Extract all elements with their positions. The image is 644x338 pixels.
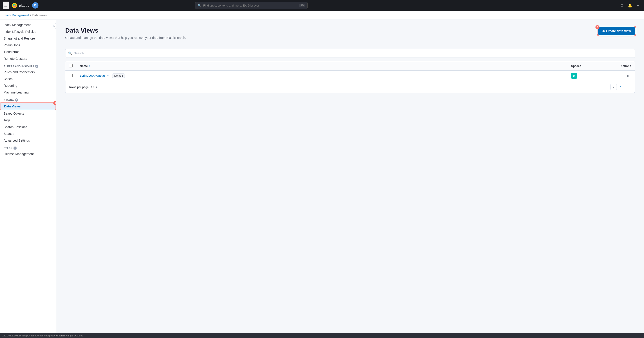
nav-right-actions: ⚙ 🔔 ＋	[619, 2, 641, 8]
create-button-badge: 2	[596, 25, 600, 29]
sidebar-item-transforms[interactable]: Transforms	[0, 48, 56, 55]
search-icon: 🔍	[198, 4, 201, 7]
page-title-section: Data Views Create and manage the data vi…	[65, 27, 186, 39]
status-bar: 192.168.1.103:5601/app/management/insigh…	[0, 333, 644, 338]
default-badge: Default	[112, 73, 125, 78]
stack-info-icon[interactable]: i	[14, 147, 17, 150]
sidebar-item-search-sessions[interactable]: Search Sessions	[0, 124, 56, 130]
sidebar-item-tags[interactable]: Tags	[0, 117, 56, 124]
sort-arrow-icon: ↑	[88, 64, 90, 68]
sidebar-item-remote-clusters[interactable]: Remote Clusters	[0, 55, 56, 62]
search-shortcut: ⌘/	[299, 3, 305, 7]
sidebar-section-stack: Stack i	[0, 144, 56, 151]
add-icon[interactable]: ＋	[635, 2, 641, 8]
create-data-view-button[interactable]: ⊕ Create data view	[598, 27, 635, 35]
table-header-name[interactable]: Name ↑	[76, 61, 568, 70]
pagination: Rows per page: 10 ▼ ‹ 1 ›	[65, 81, 635, 93]
search-container: 🔍	[65, 49, 635, 58]
status-url: 192.168.1.103:5601/app/management/insigh…	[2, 334, 83, 337]
data-view-link[interactable]: springboot-logstash-*	[80, 74, 110, 77]
page-title: Data Views	[65, 27, 186, 34]
row-spaces-cell: D	[568, 70, 612, 81]
data-views-table: Name ↑ Spaces Actions springboot-logstas…	[65, 61, 635, 81]
alerts-icon[interactable]: 🔔	[627, 2, 633, 8]
top-navigation: ☰ elastic D 🔍 ⌘/ ⚙ 🔔 ＋	[0, 0, 644, 11]
sidebar-item-cases[interactable]: Cases	[0, 75, 56, 82]
plus-icon: ⊕	[602, 29, 605, 33]
global-search: 🔍 ⌘/	[195, 2, 308, 9]
space-avatar: D	[571, 73, 577, 79]
rows-per-page[interactable]: Rows per page: 10 ▼	[69, 85, 98, 89]
kibana-info-icon[interactable]: i	[15, 98, 18, 102]
sidebar-item-index-lifecycle-policies[interactable]: Index Lifecycle Policies	[0, 28, 56, 35]
sidebar-section-alerts: Alerts and Insights i	[0, 62, 56, 69]
row-actions-cell: 🗑	[612, 70, 635, 81]
elastic-logo: elastic	[12, 2, 30, 8]
hamburger-menu[interactable]: ☰	[3, 1, 9, 9]
rows-per-page-chevron: ▼	[96, 86, 98, 88]
row-checkbox-cell[interactable]	[66, 70, 76, 81]
sidebar-item-advanced-settings[interactable]: Advanced Settings	[0, 137, 56, 144]
main-layout: ⟵ Index Management Index Lifecycle Polic…	[0, 20, 644, 333]
page-header: Data Views Create and manage the data vi…	[65, 27, 635, 39]
search-icon: 🔍	[68, 51, 72, 55]
elastic-logo-icon	[12, 2, 18, 8]
header-divider	[65, 45, 635, 45]
sidebar-item-snapshot-and-restore[interactable]: Snapshot and Restore	[0, 35, 56, 42]
select-all-checkbox[interactable]	[69, 64, 73, 67]
sidebar-section-kibana: Kibana i	[0, 96, 56, 102]
next-page-button[interactable]: ›	[625, 84, 631, 90]
data-views-badge: 1	[53, 101, 56, 105]
sidebar: ⟵ Index Management Index Lifecycle Polic…	[0, 20, 56, 333]
sidebar-item-index-management[interactable]: Index Management	[0, 21, 56, 28]
page-description: Create and manage the data views that he…	[65, 36, 186, 39]
sidebar-item-rollup-jobs[interactable]: Rollup Jobs	[0, 42, 56, 48]
create-button-container: 2 ⊕ Create data view	[598, 27, 635, 35]
page-navigation: ‹ 1 ›	[610, 84, 631, 90]
sidebar-item-saved-objects[interactable]: Saved Objects	[0, 110, 56, 117]
notifications-icon[interactable]: ⚙	[619, 2, 625, 8]
sidebar-item-rules-and-connectors[interactable]: Rules and Connectors	[0, 69, 56, 75]
current-page-number: 1	[618, 84, 624, 90]
row-name-cell: springboot-logstash-* Default	[76, 70, 568, 81]
breadcrumb: Stack Management / Data views	[0, 11, 644, 20]
table-row: springboot-logstash-* Default D 🗑	[66, 70, 635, 81]
breadcrumb-current: Data views	[32, 13, 47, 17]
sidebar-item-machine-learning[interactable]: Machine Learning	[0, 89, 56, 96]
table-header-spaces: Spaces	[568, 61, 612, 70]
prev-page-button[interactable]: ‹	[610, 84, 617, 90]
content-area: Data Views Create and manage the data vi…	[56, 20, 644, 333]
search-input[interactable]	[74, 51, 632, 55]
logo-text: elastic	[19, 3, 30, 7]
table-header-checkbox	[66, 61, 76, 70]
sidebar-item-data-views[interactable]: Data Views 1	[0, 102, 56, 110]
global-search-input[interactable]	[203, 4, 298, 7]
alerts-info-icon[interactable]: i	[35, 65, 38, 68]
sidebar-item-reporting[interactable]: Reporting	[0, 82, 56, 89]
breadcrumb-separator: /	[30, 13, 31, 17]
sidebar-item-license-management[interactable]: License Management	[0, 151, 56, 157]
sidebar-item-spaces[interactable]: Spaces	[0, 130, 56, 137]
table-header-actions: Actions	[612, 61, 635, 70]
breadcrumb-parent[interactable]: Stack Management	[4, 13, 29, 17]
user-avatar[interactable]: D	[32, 2, 38, 8]
row-select-checkbox[interactable]	[69, 74, 73, 77]
delete-icon[interactable]: 🗑	[626, 73, 631, 78]
